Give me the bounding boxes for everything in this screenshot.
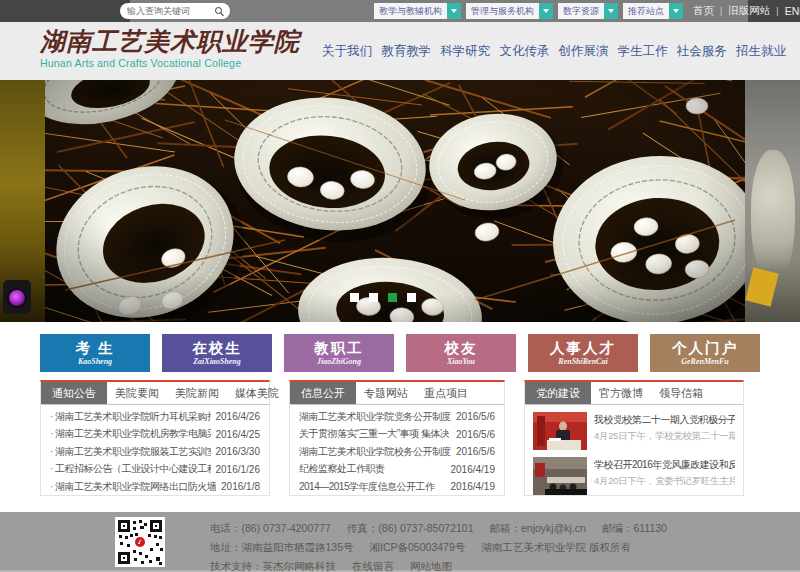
dropdown-teaching-orgs[interactable]: 教学与教辅机构 [374, 3, 461, 19]
news-link[interactable]: 湖南工艺美术职业学院党务公开制度 [299, 410, 451, 424]
party-news-title[interactable]: 我校党校第二十一期入党积极分子培训班开班,学 [594, 412, 735, 428]
party-news-item[interactable]: 我校党校第二十一期入党积极分子培训班开班,学 4月25日下午，学校党校第二十一期… [533, 412, 735, 450]
news-link[interactable]: 湖南工艺美术职业学院机房教学电脑采购招标公 [50, 427, 211, 441]
tab-college-highlights[interactable]: 美院要闻 [107, 382, 167, 404]
nav-admissions[interactable]: 招生就业 [736, 43, 786, 60]
chevron-down-icon [447, 3, 461, 19]
quicklink-pinyin: KaoSheng [40, 357, 150, 367]
news-date: 2016/4/19 [451, 464, 496, 475]
nav-social-service[interactable]: 社会服务 [677, 43, 727, 60]
chevron-down-icon [539, 3, 553, 19]
news-date: 2016/5/6 [456, 446, 495, 457]
home-link[interactable]: 首页 [693, 4, 714, 18]
tab-party-building[interactable]: 党的建设 [525, 382, 591, 404]
yellow-wedge [745, 267, 778, 306]
dropdown-recommended-sites[interactable]: 推荐站点 [623, 3, 683, 19]
nav-creation[interactable]: 创作展演 [559, 43, 609, 60]
nav-education[interactable]: 教育教学 [381, 43, 431, 60]
info-tabs: 信息公开 专题网站 重点项目 [290, 382, 504, 405]
footer-link-message[interactable]: 在线留言 [352, 557, 394, 572]
news-link[interactable]: 2014—2015学年度信息公开工作 [299, 480, 435, 494]
tab-info-disclosure[interactable]: 信息公开 [290, 382, 356, 404]
carousel-pagination [350, 293, 416, 302]
quicklink-pinyin: GeRenMenFu [650, 357, 760, 367]
footer-fax: 传真：(86) 0737-85072101 [347, 519, 474, 538]
party-news-meta: 学校召开2016年党风廉政建设和反腐败工作专 4月20日下午，党委书记罗旺生主持… [594, 457, 735, 495]
tab-leader-mailbox[interactable]: 领导信箱 [651, 382, 711, 404]
news-link[interactable]: 关于贯彻落实“三重一大”事项 集体决 [299, 427, 449, 441]
news-date: 2016/4/25 [216, 429, 261, 440]
separator: | [776, 6, 778, 16]
site-logo[interactable]: 湖南工艺美术职业学院 Hunan Arts and Crafts Vocatio… [40, 27, 300, 70]
info-disclosure-box: 信息公开 专题网站 重点项目 湖南工艺美术职业学院党务公开制度 2016/5/6… [289, 380, 505, 496]
news-link[interactable]: 工程招标公告（工业设计中心建设工程） [50, 462, 211, 476]
news-section: 通知公告 美院要闻 美院新闻 媒体美院 湖南工艺美术职业学院听力耳机采购招标公告… [40, 380, 744, 496]
news-link[interactable]: 湖南工艺美术职业学院听力耳机采购招标公告 [50, 410, 211, 424]
search-box[interactable] [120, 3, 230, 19]
footer-phone: 电话：(86) 0737-4200777 [210, 519, 331, 538]
search-input[interactable] [127, 6, 215, 16]
news-date: 2016/1/26 [216, 464, 261, 475]
nav-about[interactable]: 关于我们 [322, 43, 372, 60]
quicklink-gerenmenhu[interactable]: 个人门户 GeRenMenFu [650, 334, 760, 372]
hero-image-paper-nests [45, 80, 745, 322]
carousel-dot-1[interactable] [350, 293, 359, 302]
footer-link-sitemap[interactable]: 网站地图 [410, 557, 452, 572]
quicklink-pinyin: RenShiRenCai [528, 357, 638, 367]
english-link[interactable]: ENGLISH [785, 5, 800, 17]
search-icon[interactable] [215, 7, 223, 15]
tab-notices[interactable]: 通知公告 [41, 382, 107, 404]
info-list: 湖南工艺美术职业学院党务公开制度 2016/5/6 关于贯彻落实“三重一大”事项… [290, 405, 504, 496]
carousel-dot-4[interactable] [407, 293, 416, 302]
list-item: 2014—2015学年度信息公开工作 2016/4/19 [299, 478, 495, 496]
news-thumbnail-meeting [533, 457, 587, 495]
news-link[interactable]: 湖南工艺美术职业学院网络出口防火墙采购招标 [50, 480, 216, 494]
sculpture-shape [751, 150, 795, 280]
main-nav: 关于我们 教育教学 科学研究 文化传承 创作展演 学生工作 社会服务 招生就业 [322, 22, 786, 80]
footer-tech-support: 技术支持：英杰尔网略科技 [210, 557, 336, 572]
chevron-down-icon [669, 3, 683, 19]
party-news-title[interactable]: 学校召开2016年党风廉政建设和反腐败工作专 [594, 457, 735, 473]
footer-icp[interactable]: 湘ICP备05003479号 [370, 538, 466, 557]
dropdown-label: 教学与教辅机构 [379, 5, 442, 18]
qr-code [115, 517, 165, 567]
dropdown-service-orgs[interactable]: 管理与服务机构 [466, 3, 553, 19]
footer-text: 电话：(86) 0737-4200777 传真：(86) 0737-850721… [210, 519, 667, 572]
list-item: 湖南工艺美术职业学院机房教学电脑采购招标公 2016/4/25 [50, 426, 260, 444]
quicklink-label: 考 生 [40, 340, 150, 357]
news-date: 2016/5/6 [456, 429, 495, 440]
party-news-desc: 4月25日下午，学校党校第二十一期入党积极分... [594, 428, 735, 443]
list-item: 湖南工艺美术职业学院校务公开制度（试 2016/5/6 [299, 443, 495, 461]
logo-chinese-calligraphy: 湖南工艺美术职业学院 [40, 27, 300, 56]
nav-culture[interactable]: 文化传承 [499, 43, 549, 60]
top-utility-bar: 教学与教辅机构 管理与服务机构 数字资源 推荐站点 首页 | 旧版网站 | EN… [0, 0, 800, 22]
quicklink-kaosheng[interactable]: 考 生 KaoSheng [40, 334, 150, 372]
party-news-item[interactable]: 学校召开2016年党风廉政建设和反腐败工作专 4月20日下午，党委书记罗旺生主持… [533, 457, 735, 495]
quicklink-renshirencai[interactable]: 人事人才 RenShiRenCai [528, 334, 638, 372]
news-link[interactable]: 纪检监察处工作职责 [299, 462, 385, 476]
tab-key-projects[interactable]: 重点项目 [416, 382, 476, 404]
carousel-dot-3-active[interactable] [388, 293, 397, 302]
quicklink-label: 在校生 [162, 340, 272, 357]
tab-college-news[interactable]: 美院新闻 [167, 382, 227, 404]
quicklink-jiaozhigong[interactable]: 教职工 JiaoZhiGong [284, 334, 394, 372]
quicklink-zaixiaosheng[interactable]: 在校生 ZaiXiaoSheng [162, 334, 272, 372]
news-date: 2016/5/6 [456, 411, 495, 422]
dropdown-digital-resources[interactable]: 数字资源 [558, 3, 618, 19]
quicklink-xiaoyou[interactable]: 校友 XiaoYou [406, 334, 516, 372]
tab-official-weibo[interactable]: 官方微博 [591, 382, 651, 404]
tab-special-sites[interactable]: 专题网站 [356, 382, 416, 404]
old-site-link[interactable]: 旧版网站 [728, 4, 770, 18]
news-thumbnail-speech [533, 412, 587, 450]
nav-research[interactable]: 科学研究 [440, 43, 490, 60]
news-link[interactable]: 湖南工艺美术职业学院服装工艺实训室设备采购 [50, 445, 211, 459]
nav-student-work[interactable]: 学生工作 [618, 43, 668, 60]
quicklink-label: 个人门户 [650, 340, 760, 357]
notices-list: 湖南工艺美术职业学院听力耳机采购招标公告 2016/4/26 湖南工艺美术职业学… [41, 405, 269, 496]
carousel-dot-2[interactable] [369, 293, 378, 302]
news-link[interactable]: 湖南工艺美术职业学院校务公开制度（试 [299, 445, 451, 459]
list-item: 工程招标公告（工业设计中心建设工程） 2016/1/26 [50, 461, 260, 479]
stage-light-lens [7, 288, 27, 308]
tab-media-college[interactable]: 媒体美院 [227, 382, 287, 404]
dropdown-label: 推荐站点 [628, 5, 664, 18]
